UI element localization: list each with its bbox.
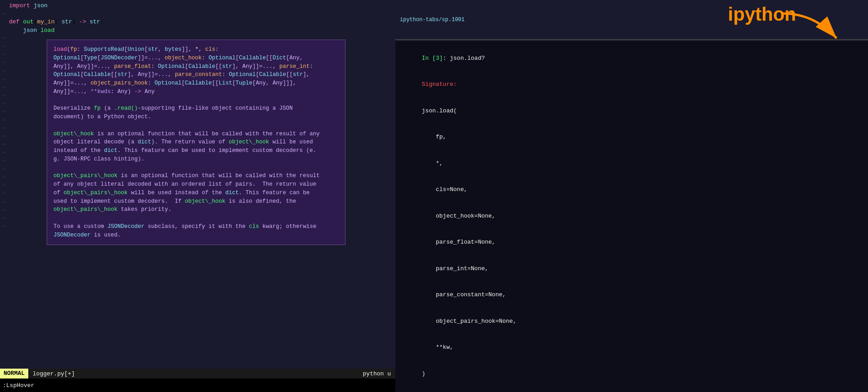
- ipy-sig-fn: json.load(: [401, 98, 863, 124]
- popup-sig-5: Any]]=..., object_pairs_hook: Optional[C…: [53, 79, 339, 88]
- popup-desc-4: object literal decode (a dict). The retu…: [53, 138, 339, 147]
- line-num-1: [0, 2, 9, 10]
- cmd-line: :LspHover: [0, 379, 395, 392]
- popup-desc-2: document) to a Python object.: [53, 113, 339, 121]
- popup-desc-12: To use a custom JSONDecoder subclass, sp…: [53, 223, 339, 231]
- popup-desc-6: g. JSON-RPC class hinting).: [53, 155, 339, 164]
- ipy-prompt-3: In [3]: json.load?: [401, 45, 863, 71]
- popup-blank-2: [53, 121, 339, 130]
- popup-sig-3: Any]], Any]]=..., parse_float: Optional[…: [53, 62, 339, 71]
- popup-sig-6: Any]]=..., **kwds: Any) -> Any: [53, 88, 339, 96]
- editor-panel: import json ~ def out(my_in: str) -> str…: [0, 0, 395, 392]
- editor-line-1: import json: [0, 2, 395, 10]
- status-bar: NORMAL logger.py[+] python u: [0, 369, 395, 379]
- popup-desc-11: object\_pairs\_hook takes priority.: [53, 205, 339, 214]
- popup-desc-8: of any object literal decoded with an or…: [53, 180, 339, 189]
- ipy-signature-label: Signature:: [401, 71, 863, 98]
- cmd-text: :LspHover: [3, 382, 34, 389]
- popup-blank-4: [53, 214, 339, 223]
- popup-blank-1: [53, 96, 339, 105]
- line-text-3: def out(my_in: str) -> str:: [9, 18, 395, 26]
- ipy-sig-close: ): [401, 361, 863, 387]
- popup-desc-3: object\_hook is an optional function tha…: [53, 130, 339, 138]
- popup-sig-4: Optional[Callable[[str], Any]]=..., pars…: [53, 71, 339, 79]
- popup-desc-10: used to implement custom decoders. If ob…: [53, 197, 339, 206]
- line-num-4: [0, 27, 9, 35]
- lsp-hover-popup: load(fp: SupportsRead[Union[str, bytes]]…: [47, 40, 345, 245]
- popup-sig-2: Optional[Type[JSONDecoder]]=..., object_…: [53, 54, 339, 62]
- popup-sig-1: load(fp: SupportsRead[Union[str, bytes]]…: [53, 45, 339, 54]
- popup-desc-5: instead of the dict. This feature can be…: [53, 147, 339, 155]
- editor-line-2: ~: [0, 10, 395, 18]
- ipy-sig-object-pairs-hook: object_pairs_hook=None,: [401, 308, 863, 334]
- filename-display: logger.py[+]: [28, 370, 80, 377]
- popup-blank-3: [53, 164, 339, 172]
- ipy-sig-parse-constant: parse_constant=None,: [401, 282, 863, 308]
- line-tilde-2: ~: [0, 10, 9, 18]
- mode-badge: NORMAL: [0, 369, 28, 379]
- ipy-sig-kw: **kw,: [401, 334, 863, 361]
- ipy-sig-star: *,: [401, 150, 863, 177]
- ipy-sig-object-hook: object_hook=None,: [401, 203, 863, 229]
- line-num-3: [0, 18, 9, 26]
- popup-desc-13: JSONDecoder is used.: [53, 231, 339, 240]
- line-text-4: json.load: [9, 27, 395, 35]
- editor-line-3: def out(my_in: str) -> str:: [0, 18, 395, 26]
- line-text-1: import json: [9, 2, 395, 10]
- popup-desc-1: Deserialize fp (a .read()-supporting fil…: [53, 104, 339, 113]
- arrow-annotation-icon: [778, 9, 841, 45]
- ipy-docstring-label: Docstring:: [401, 387, 863, 392]
- right-status: python u: [363, 370, 395, 377]
- line-text-2: [9, 10, 395, 18]
- editor-line-4: json.load: [0, 27, 395, 35]
- ipy-sig-parse-float: parse_float=None,: [401, 229, 863, 256]
- ipy-sig-fp: fp,: [401, 124, 863, 151]
- ipy-sig-cls: cls=None,: [401, 177, 863, 203]
- ipy-sig-parse-int: parse_int=None,: [401, 255, 863, 282]
- ipython-panel: ipython-tabs/sp.1001 ipython In [3]: jso…: [395, 0, 868, 392]
- ipython-content: In [3]: json.load? Signature: json.load(…: [395, 40, 868, 392]
- popup-desc-9: of object\_pairs\_hook will be used inst…: [53, 189, 339, 197]
- terminal-title: ipython-tabs/sp.1001: [400, 17, 465, 23]
- popup-desc-7: object\_pairs\_hook is an optional funct…: [53, 172, 339, 180]
